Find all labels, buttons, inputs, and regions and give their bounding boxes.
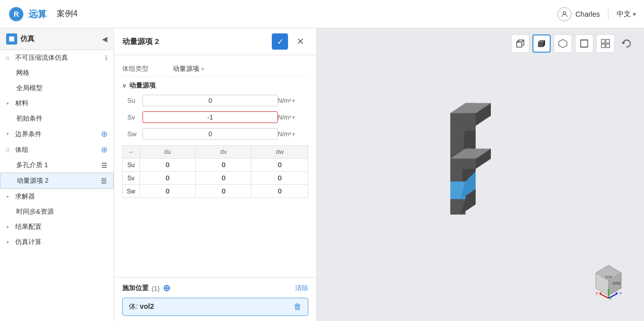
user-area: Charles 中文 ▾ xyxy=(557,7,636,21)
svg-rect-27 xyxy=(450,159,476,169)
sidebar-item-material[interactable]: + 材料 xyxy=(0,96,114,111)
su-field-row: Su N/m³ ▾ xyxy=(122,92,308,109)
3d-shape xyxy=(420,93,521,257)
cell-sw-label: Sw xyxy=(123,185,140,198)
cell-sv-dw[interactable] xyxy=(252,172,308,185)
sidebar-item-mesh[interactable]: 网格 xyxy=(0,65,114,81)
col-header-dv: dv xyxy=(196,146,252,158)
panel-actions: ✓ ✕ xyxy=(272,33,308,50)
solid-view-button[interactable] xyxy=(532,34,551,53)
sidebar-collapse-icon[interactable]: ◀ xyxy=(102,35,108,43)
add-boundary-icon[interactable]: ⊕ xyxy=(101,129,108,139)
close-button[interactable]: ✕ xyxy=(292,33,308,50)
svg-text:Y: Y xyxy=(619,291,622,296)
svg-rect-3 xyxy=(9,36,14,42)
sidebar-item-boundary-conditions[interactable]: + 边界条件 ⊕ xyxy=(0,126,114,142)
apply-section: 施加位置 (1) ⊕ 清除 体: vol2 🗑 xyxy=(114,277,316,321)
sidebar-item-incompressible[interactable]: □ 不可压缩流体仿真 ℹ xyxy=(0,50,114,65)
cell-su-dw[interactable] xyxy=(252,158,308,172)
apply-item-vol2[interactable]: 体: vol2 🗑 xyxy=(122,298,308,316)
wire2-view-button[interactable] xyxy=(575,34,593,53)
sidebar-label-porous: 多孔介质 1 xyxy=(16,160,48,170)
sidebar-label-initial: 初始条件 xyxy=(16,114,43,123)
cell-su-dv[interactable] xyxy=(196,158,252,172)
su-unit: N/m³ ▾ xyxy=(278,97,308,104)
group-type-value[interactable]: 动量源项 ▾ xyxy=(173,64,308,73)
momentum-section-header: ∨ 动量源项 xyxy=(122,77,308,92)
table-row-su: Su xyxy=(123,158,308,172)
coord-svg: TOP SIDE Z Y X xyxy=(588,260,629,301)
su-input[interactable] xyxy=(142,95,278,106)
svg-text:TOP: TOP xyxy=(605,275,613,279)
table-row-sv: Sv xyxy=(123,172,308,185)
expand-sim-icon: + xyxy=(6,239,12,245)
col-header-label: -- xyxy=(123,146,140,158)
cell-su-du[interactable] xyxy=(139,158,196,172)
sv-field-row: Sv N/m³ ▾ xyxy=(122,109,308,126)
group-type-label: 体组类型 xyxy=(122,64,173,73)
sidebar-label-result: 结果配置 xyxy=(15,222,42,231)
sidebar-item-body-group[interactable]: □ 体组 ⊕ xyxy=(0,142,114,157)
svg-rect-17 xyxy=(601,44,605,48)
section-label: 动量源项 xyxy=(129,81,156,90)
topbar: R 远算 案例4 Charles 中文 ▾ xyxy=(0,0,644,28)
panel-header: 动量源项 2 ✓ ✕ xyxy=(114,28,316,55)
sidebar-label-timestep: 时间步&资源 xyxy=(16,207,54,216)
table-row-sw: Sw xyxy=(123,185,308,198)
sidebar-item-sim-compute[interactable]: + 仿真计算 xyxy=(0,234,114,250)
apply-clear-button[interactable]: 清除 xyxy=(295,284,308,293)
sv-input[interactable] xyxy=(142,111,278,123)
svg-rect-4 xyxy=(517,42,522,47)
sw-input[interactable] xyxy=(142,128,278,140)
project-title: 案例4 xyxy=(57,9,78,19)
viewport-toolbar xyxy=(511,34,636,53)
cell-sv-dv[interactable] xyxy=(196,172,252,185)
col-header-du: du xyxy=(139,146,196,158)
sidebar-item-momentum-source[interactable]: 动量源项 2 ☰ xyxy=(0,173,114,189)
viewport: TOP SIDE Z Y X xyxy=(317,28,644,321)
cube-view-button[interactable] xyxy=(511,34,529,53)
wire-view-button[interactable] xyxy=(554,34,572,53)
sw-label: Sw xyxy=(122,130,142,138)
reset-view-button[interactable] xyxy=(618,34,636,53)
flat-view-button[interactable] xyxy=(596,34,615,53)
cell-sw-du[interactable] xyxy=(139,185,196,198)
col-header-dw: dw xyxy=(252,146,308,158)
svg-marker-11 xyxy=(559,39,567,48)
confirm-button[interactable]: ✓ xyxy=(272,33,288,50)
add-body-icon[interactable]: ⊕ xyxy=(101,145,108,154)
svg-point-2 xyxy=(563,11,565,14)
expand-icon: □ xyxy=(6,55,12,61)
sidebar-item-global-model[interactable]: 全局模型 xyxy=(0,81,114,96)
app-title: 远算 xyxy=(28,8,47,20)
cell-sw-dv[interactable] xyxy=(196,185,252,198)
lang-dropdown-icon[interactable]: ▾ xyxy=(633,11,636,18)
svg-rect-25 xyxy=(450,126,476,131)
porous-menu-icon[interactable]: ☰ xyxy=(101,162,108,169)
logo-area: R 远算 案例4 xyxy=(8,6,78,22)
sidebar-item-porous[interactable]: 多孔介质 1 ☰ xyxy=(0,157,114,173)
sidebar-label-material: 材料 xyxy=(15,99,28,108)
sidebar-item-result-config[interactable]: + 结果配置 xyxy=(0,219,114,234)
cell-sw-dw[interactable] xyxy=(252,185,308,198)
sidebar-item-solver[interactable]: + 求解器 xyxy=(0,189,114,204)
svg-text:X: X xyxy=(595,291,598,296)
main-layout: 仿真 ◀ □ 不可压缩流体仿真 ℹ 网格 全局模型 + 材料 初始条件 + 边界… xyxy=(0,28,644,321)
expand-material-icon: + xyxy=(6,101,12,106)
panel-body: 体组类型 动量源项 ▾ ∨ 动量源项 Su N/m³ ▾ xyxy=(114,55,316,277)
su-label: Su xyxy=(122,97,142,104)
sidebar-item-initial-conditions[interactable]: 初始条件 xyxy=(0,111,114,126)
svg-text:SIDE: SIDE xyxy=(613,282,621,285)
language-selector[interactable]: 中文 ▾ xyxy=(617,10,636,19)
sidebar-item-timestep[interactable]: 时间步&资源 xyxy=(0,204,114,219)
cell-sv-label: Sv xyxy=(123,172,140,185)
svg-rect-23 xyxy=(450,113,476,126)
apply-delete-icon[interactable]: 🗑 xyxy=(294,302,302,311)
section-toggle[interactable]: ∨ xyxy=(122,83,126,89)
sidebar-title: 仿真 xyxy=(6,33,34,45)
momentum-menu-icon[interactable]: ☰ xyxy=(101,177,107,185)
cell-sv-du[interactable] xyxy=(139,172,196,185)
shape-svg xyxy=(420,93,521,255)
cell-su-label: Su xyxy=(123,158,140,172)
apply-add-icon[interactable]: ⊕ xyxy=(163,283,170,294)
